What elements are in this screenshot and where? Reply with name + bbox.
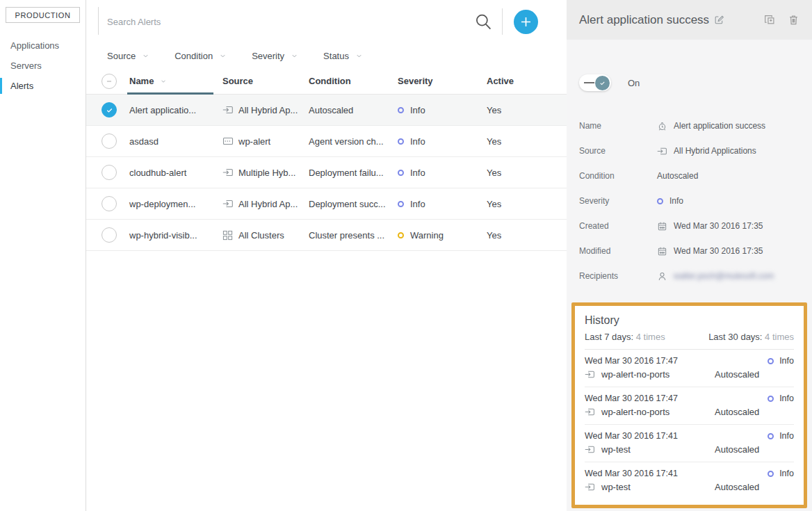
person-icon [657, 271, 667, 282]
history-condition: Autoscaled [715, 369, 794, 380]
history-entry: Wed Mar 30 2016 17:47 Info wp-alert-no-p… [585, 350, 794, 387]
history-entry: Wed Mar 30 2016 17:47 Info wp-alert-no-p… [585, 387, 794, 425]
search-icon[interactable] [474, 13, 492, 31]
select-all-checkbox[interactable] [102, 74, 117, 89]
filter-bar: Source Condition Severity Status [86, 43, 567, 68]
alert-active: Yes [487, 105, 501, 115]
history-date: Wed Mar 30 2016 17:47 [585, 356, 768, 366]
sidebar-item-alerts[interactable]: Alerts [0, 76, 86, 96]
alert-severity: Info [410, 136, 425, 147]
field-recipients: Recipients walter.poch@mulesoft.com [579, 263, 799, 289]
row-checkbox[interactable] [102, 227, 117, 243]
table-row[interactable]: Alert applicatio... All Hybrid Ap... Aut… [86, 95, 567, 126]
field-value-text: Wed Mar 30 2016 17:35 [674, 221, 763, 231]
alert-name: asdasd [129, 136, 159, 147]
alerts-page: PRODUCTION Applications Servers Alerts S… [0, 0, 812, 511]
alert-condition: Deployment failu... [309, 168, 384, 178]
duplicate-icon[interactable] [763, 14, 775, 26]
check-icon [105, 106, 114, 115]
alert-enabled-toggle[interactable] [579, 74, 611, 91]
trash-icon[interactable] [788, 14, 799, 26]
alert-name: wp-hybrid-visib... [129, 230, 197, 241]
history-condition: Autoscaled [715, 407, 794, 417]
history-app: wp-alert-no-ports [601, 369, 669, 380]
alert-condition: Agent version ch... [309, 136, 384, 147]
hybrid-app-icon [585, 482, 596, 492]
history-summary: Last 7 days: 4 times Last 30 days: 4 tim… [585, 327, 794, 350]
alert-active: Yes [487, 136, 501, 147]
history-app: wp-test [601, 444, 631, 455]
alert-severity: Info [410, 168, 425, 178]
add-alert-button[interactable] [514, 10, 538, 34]
filter-source[interactable]: Source [107, 51, 149, 61]
severity-info-icon [657, 198, 663, 204]
table-header: Name Source Condition Severity Active [86, 68, 567, 95]
filter-status[interactable]: Status [323, 51, 363, 61]
column-header-source[interactable]: Source [222, 76, 309, 86]
environment-selector[interactable]: PRODUCTION [6, 7, 80, 23]
history-date: Wed Mar 30 2016 17:41 [585, 469, 768, 478]
field-created: Created Wed Mar 30 2016 17:35 [579, 213, 799, 238]
field-source: Source All Hybrid Applications [579, 138, 799, 163]
alert-detail-panel: Alert application success On Name Alert [567, 0, 812, 511]
column-header-active[interactable]: Active [487, 76, 567, 86]
severity-info-icon [768, 358, 774, 364]
history-entry: Wed Mar 30 2016 17:41 Info wp-test Autos… [585, 425, 794, 462]
enabled-toggle-row: On [579, 74, 799, 91]
calendar-icon [657, 246, 667, 257]
alert-condition: Cluster presents ... [309, 230, 384, 241]
alerts-list-panel: Source Condition Severity Status Name [86, 0, 567, 511]
alert-severity: Info [410, 105, 425, 115]
column-header-condition[interactable]: Condition [309, 76, 398, 86]
row-checkbox[interactable] [102, 102, 117, 117]
sidebar-nav: Applications Servers Alerts [0, 35, 86, 96]
last-7-days-label: Last 7 days: [585, 332, 633, 342]
minus-icon [104, 76, 114, 86]
alert-severity: Warning [410, 230, 444, 241]
hybrid-app-icon [222, 198, 234, 209]
table-row[interactable]: cloudhub-alert Multiple Hyb... Deploymen… [86, 157, 567, 188]
column-header-severity[interactable]: Severity [398, 76, 487, 86]
alert-severity: Info [410, 199, 425, 209]
row-checkbox[interactable] [102, 196, 117, 211]
filter-label: Source [107, 51, 136, 61]
column-header-name[interactable]: Name [129, 68, 222, 94]
alert-condition: Deployment succ... [309, 199, 386, 209]
severity-info-icon [398, 107, 404, 113]
history-severity: Info [779, 469, 794, 478]
alert-name: Alert applicatio... [129, 105, 196, 115]
row-checkbox[interactable] [102, 165, 117, 180]
hybrid-app-icon [222, 167, 234, 178]
filter-condition[interactable]: Condition [174, 51, 227, 61]
edit-icon[interactable] [714, 15, 724, 25]
history-title: History [585, 306, 794, 327]
alert-active: Yes [487, 168, 501, 178]
row-checkbox[interactable] [102, 133, 117, 149]
sidebar: PRODUCTION Applications Servers Alerts [0, 0, 86, 511]
last-7-days-value: 4 times [636, 332, 665, 342]
alert-source: All Hybrid Ap... [238, 199, 298, 209]
sort-chevron-icon [160, 78, 167, 85]
filter-severity[interactable]: Severity [252, 51, 298, 61]
filter-label: Severity [252, 51, 284, 61]
history-app: wp-alert-no-ports [601, 407, 669, 417]
history-condition: Autoscaled [715, 444, 794, 455]
alert-source: All Clusters [238, 230, 284, 241]
chevron-down-icon [291, 52, 298, 60]
table-row[interactable]: asdasd wp-alert Agent version ch... Info… [86, 126, 567, 157]
hybrid-app-icon [585, 407, 596, 417]
history-severity: Info [779, 394, 794, 403]
severity-info-icon [398, 138, 404, 145]
alert-active: Yes [487, 199, 501, 209]
application-icon [222, 136, 234, 147]
toolbar [86, 0, 567, 43]
calendar-icon [657, 221, 667, 232]
hybrid-app-icon [657, 146, 667, 156]
table-row[interactable]: wp-deploymen... All Hybrid Ap... Deploym… [86, 188, 567, 220]
history-condition: Autoscaled [715, 482, 794, 492]
table-row[interactable]: wp-hybrid-visib... All Clusters Cluster … [86, 220, 567, 251]
sidebar-item-servers[interactable]: Servers [0, 56, 86, 76]
sidebar-item-applications[interactable]: Applications [0, 35, 86, 56]
search-input[interactable] [107, 17, 469, 27]
history-severity: Info [779, 431, 794, 441]
